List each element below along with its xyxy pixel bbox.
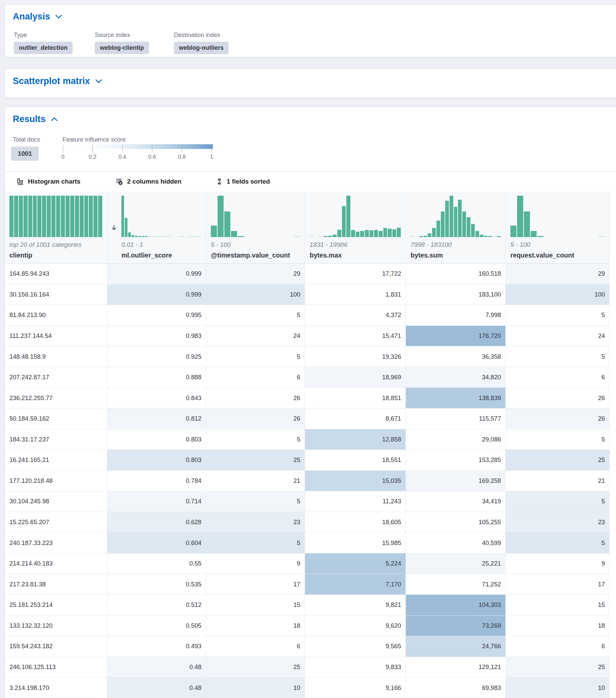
cell-request.value_count[interactable]: 25 bbox=[506, 657, 610, 678]
cell-ml.outlier_score[interactable]: 0.843 bbox=[107, 388, 206, 408]
cell-ml.outlier_score[interactable]: 0.925 bbox=[107, 346, 206, 367]
cell-ml.outlier_score[interactable]: 0.784 bbox=[107, 471, 206, 491]
cell-bytes.max[interactable]: 7,170 bbox=[305, 574, 406, 595]
cell-bytes.max[interactable]: 11,243 bbox=[305, 491, 406, 512]
cell-clientip[interactable]: 133.132.32.120 bbox=[5, 616, 107, 637]
cell-bytes.max[interactable]: 4,372 bbox=[305, 305, 406, 326]
cell-ml.outlier_score[interactable]: 0.512 bbox=[107, 595, 206, 616]
cell-@timestamp.value_count[interactable]: 100 bbox=[206, 284, 305, 305]
cell-bytes.sum[interactable]: 183,100 bbox=[406, 284, 506, 305]
cell-bytes.sum[interactable]: 7,998 bbox=[406, 305, 506, 326]
cell-request.value_count[interactable]: 10 bbox=[506, 678, 610, 698]
cell-ml.outlier_score[interactable]: 0.714 bbox=[107, 491, 206, 512]
cell-bytes.max[interactable]: 18,851 bbox=[305, 388, 406, 408]
cell-bytes.max[interactable]: 19,326 bbox=[305, 346, 406, 367]
cell-ml.outlier_score[interactable]: 0.628 bbox=[107, 512, 206, 533]
cell-clientip[interactable]: 177.120.218.48 bbox=[5, 471, 107, 491]
cell-@timestamp.value_count[interactable]: 25 bbox=[206, 657, 305, 678]
cell-@timestamp.value_count[interactable]: 5 bbox=[206, 533, 305, 554]
cell-bytes.max[interactable]: 18,969 bbox=[305, 367, 406, 388]
column-header-request.value_count[interactable]: 5 - 100request.value_count bbox=[506, 192, 610, 264]
cell-clientip[interactable]: 184.31.17.237 bbox=[5, 429, 107, 450]
cell-@timestamp.value_count[interactable]: 6 bbox=[206, 636, 305, 657]
cell-request.value_count[interactable]: 9 bbox=[506, 554, 610, 574]
cell-@timestamp.value_count[interactable]: 15 bbox=[206, 595, 305, 616]
cell-ml.outlier_score[interactable]: 0.48 bbox=[107, 678, 206, 698]
cell-bytes.sum[interactable]: 104,303 bbox=[406, 595, 506, 616]
cell-bytes.sum[interactable]: 71,252 bbox=[406, 574, 506, 595]
results-section-toggle[interactable]: Results bbox=[13, 114, 58, 124]
columns-hidden-button[interactable]: 2 columns hidden bbox=[115, 171, 182, 192]
cell-clientip[interactable]: 111.237.144.54 bbox=[5, 326, 107, 347]
cell-clientip[interactable]: 236.212.255.77 bbox=[5, 388, 107, 408]
cell-ml.outlier_score[interactable]: 0.888 bbox=[107, 367, 206, 388]
cell-bytes.max[interactable]: 1,831 bbox=[305, 284, 406, 305]
cell-ml.outlier_score[interactable]: 0.55 bbox=[107, 554, 206, 574]
cell-bytes.sum[interactable]: 24,766 bbox=[406, 636, 506, 657]
cell-bytes.sum[interactable]: 36,358 bbox=[406, 346, 506, 367]
cell-ml.outlier_score[interactable]: 0.505 bbox=[107, 616, 206, 637]
cell-bytes.max[interactable]: 9,620 bbox=[305, 616, 406, 637]
fields-sorted-button[interactable]: 1 fields sorted bbox=[216, 171, 270, 192]
cell-request.value_count[interactable]: 21 bbox=[506, 471, 610, 491]
cell-bytes.max[interactable]: 15,035 bbox=[305, 471, 406, 491]
cell-bytes.sum[interactable]: 29,086 bbox=[406, 429, 506, 450]
cell-request.value_count[interactable]: 18 bbox=[506, 616, 610, 637]
cell-bytes.sum[interactable]: 160,518 bbox=[406, 264, 506, 284]
cell-ml.outlier_score[interactable]: 0.48 bbox=[107, 657, 206, 678]
cell-bytes.max[interactable]: 8,671 bbox=[305, 408, 406, 429]
cell-@timestamp.value_count[interactable]: 26 bbox=[206, 408, 305, 429]
cell-bytes.sum[interactable]: 129,121 bbox=[406, 657, 506, 678]
cell-clientip[interactable]: 159.54.243.182 bbox=[5, 636, 107, 657]
cell-bytes.sum[interactable]: 73,269 bbox=[406, 616, 506, 637]
cell-ml.outlier_score[interactable]: 0.493 bbox=[107, 636, 206, 657]
cell-bytes.max[interactable]: 9,166 bbox=[305, 678, 406, 698]
column-header-clientip[interactable]: top 20 of 1001 categoriesclientip bbox=[5, 192, 107, 264]
cell-bytes.sum[interactable]: 153,285 bbox=[406, 450, 506, 471]
cell-clientip[interactable]: 30.156.16.164 bbox=[5, 284, 107, 305]
cell-bytes.max[interactable]: 5,224 bbox=[305, 554, 406, 574]
cell-clientip[interactable]: 217.23.81.38 bbox=[5, 574, 107, 595]
cell-request.value_count[interactable]: 5 bbox=[506, 346, 610, 367]
histogram-charts-button[interactable]: Histogram charts bbox=[16, 171, 80, 192]
cell-ml.outlier_score[interactable]: 0.803 bbox=[107, 450, 206, 471]
cell-clientip[interactable]: 164.85.94.243 bbox=[5, 264, 107, 284]
cell-@timestamp.value_count[interactable]: 23 bbox=[206, 512, 305, 533]
cell-@timestamp.value_count[interactable]: 26 bbox=[206, 388, 305, 408]
cell-request.value_count[interactable]: 23 bbox=[506, 512, 610, 533]
cell-@timestamp.value_count[interactable]: 21 bbox=[206, 471, 305, 491]
cell-bytes.max[interactable]: 18,551 bbox=[305, 450, 406, 471]
cell-bytes.max[interactable]: 12,858 bbox=[305, 429, 406, 450]
cell-clientip[interactable]: 16.241.165.21 bbox=[5, 450, 107, 471]
scatterplot-section-toggle[interactable]: Scatterplot matrix bbox=[13, 76, 102, 86]
cell-bytes.sum[interactable]: 40,599 bbox=[406, 533, 506, 554]
cell-bytes.sum[interactable]: 138,839 bbox=[406, 388, 506, 408]
cell-clientip[interactable]: 148.48.158.9 bbox=[5, 346, 107, 367]
cell-bytes.max[interactable]: 18,605 bbox=[305, 512, 406, 533]
cell-bytes.max[interactable]: 15,985 bbox=[305, 533, 406, 554]
cell-clientip[interactable]: 81.84.213.90 bbox=[5, 305, 107, 326]
cell-request.value_count[interactable]: 17 bbox=[506, 574, 610, 595]
cell-bytes.sum[interactable]: 169,258 bbox=[406, 471, 506, 491]
cell-ml.outlier_score[interactable]: 0.812 bbox=[107, 408, 206, 429]
column-header-ml.outlier_score[interactable]: 0.01 - 1ml.outlier_score bbox=[107, 192, 206, 264]
cell-request.value_count[interactable]: 100 bbox=[506, 284, 610, 305]
cell-clientip[interactable]: 3.214.198.170 bbox=[5, 678, 107, 698]
cell-bytes.sum[interactable]: 115,577 bbox=[406, 408, 506, 429]
cell-request.value_count[interactable]: 29 bbox=[506, 264, 610, 284]
column-header-bytes.sum[interactable]: 7998 - 183100bytes.sum bbox=[406, 192, 506, 264]
cell-clientip[interactable]: 207.242.87.17 bbox=[5, 367, 107, 388]
cell-@timestamp.value_count[interactable]: 5 bbox=[206, 305, 305, 326]
cell-@timestamp.value_count[interactable]: 29 bbox=[206, 264, 305, 284]
cell-request.value_count[interactable]: 26 bbox=[506, 388, 610, 408]
cell-ml.outlier_score[interactable]: 0.999 bbox=[107, 264, 206, 284]
column-header-@timestamp.value_count[interactable]: 5 - 100@timestamp.value_count bbox=[206, 192, 305, 264]
cell-bytes.sum[interactable]: 105,255 bbox=[406, 512, 506, 533]
cell-bytes.max[interactable]: 9,833 bbox=[305, 657, 406, 678]
cell-bytes.sum[interactable]: 69,983 bbox=[406, 678, 506, 698]
cell-ml.outlier_score[interactable]: 0.535 bbox=[107, 574, 206, 595]
cell-@timestamp.value_count[interactable]: 6 bbox=[206, 367, 305, 388]
cell-request.value_count[interactable]: 25 bbox=[506, 450, 610, 471]
cell-clientip[interactable]: 25.181.253.214 bbox=[5, 595, 107, 616]
cell-@timestamp.value_count[interactable]: 24 bbox=[206, 326, 305, 347]
